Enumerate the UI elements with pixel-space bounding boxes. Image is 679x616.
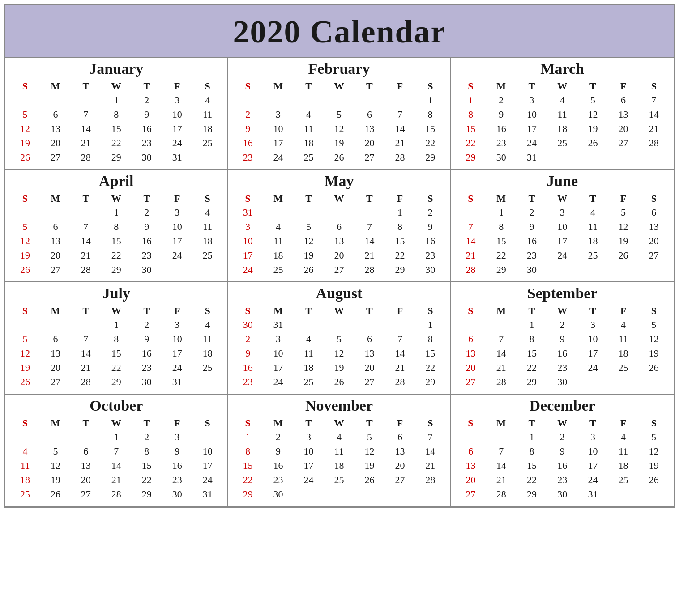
day-cell: 30 bbox=[162, 487, 192, 501]
day-header: T bbox=[354, 416, 384, 430]
day-header: S bbox=[192, 191, 223, 205]
day-cell: 2 bbox=[415, 205, 445, 220]
day-cell: 5 bbox=[10, 220, 40, 234]
day-header: M bbox=[40, 191, 71, 205]
day-cell: 16 bbox=[132, 122, 162, 136]
day-cell: 5 bbox=[294, 220, 324, 234]
day-cell bbox=[608, 375, 639, 389]
day-header: S bbox=[10, 416, 40, 430]
day-cell: 14 bbox=[354, 234, 384, 248]
day-cell: 27 bbox=[71, 487, 101, 501]
day-header: F bbox=[162, 304, 192, 318]
day-cell: 19 bbox=[10, 248, 40, 263]
day-cell: 5 bbox=[639, 430, 669, 444]
month-name: July bbox=[10, 285, 223, 302]
day-cell: 3 bbox=[547, 205, 577, 220]
day-cell: 1 bbox=[384, 205, 415, 220]
day-cell: 6 bbox=[608, 93, 639, 107]
day-cell: 18 bbox=[192, 234, 223, 248]
day-cell: 6 bbox=[455, 444, 486, 459]
day-cell: 10 bbox=[263, 122, 294, 136]
day-cell: 23 bbox=[233, 150, 263, 165]
day-header: S bbox=[639, 304, 669, 318]
day-header: T bbox=[517, 304, 547, 318]
day-cell: 12 bbox=[324, 346, 354, 361]
day-cell: 30 bbox=[547, 375, 577, 389]
day-cell: 7 bbox=[486, 332, 517, 346]
day-header: M bbox=[40, 79, 71, 93]
day-cell: 25 bbox=[192, 361, 223, 375]
day-cell: 2 bbox=[132, 205, 162, 220]
day-cell: 15 bbox=[101, 346, 132, 361]
day-cell: 19 bbox=[324, 361, 354, 375]
day-cell bbox=[71, 430, 101, 444]
day-cell: 20 bbox=[40, 361, 71, 375]
day-cell: 18 bbox=[294, 361, 324, 375]
month-october: OctoberSMTWTFS12345678910111213141516171… bbox=[5, 395, 228, 507]
day-header: W bbox=[101, 416, 132, 430]
day-cell: 6 bbox=[40, 332, 71, 346]
day-cell: 26 bbox=[577, 136, 608, 150]
day-cell: 27 bbox=[324, 263, 354, 277]
day-header: S bbox=[192, 304, 223, 318]
day-header: T bbox=[71, 304, 101, 318]
day-cell: 4 bbox=[324, 430, 354, 444]
day-cell: 25 bbox=[547, 136, 577, 150]
day-cell: 9 bbox=[547, 332, 577, 346]
day-cell: 12 bbox=[10, 122, 40, 136]
day-cell: 19 bbox=[639, 459, 669, 473]
day-cell: 8 bbox=[101, 220, 132, 234]
day-cell: 17 bbox=[162, 346, 192, 361]
day-cell: 30 bbox=[486, 150, 517, 165]
day-cell: 18 bbox=[294, 136, 324, 150]
day-cell: 27 bbox=[639, 248, 669, 263]
day-cell: 18 bbox=[10, 473, 40, 487]
day-cell: 9 bbox=[132, 107, 162, 122]
day-cell: 14 bbox=[101, 459, 132, 473]
day-cell: 3 bbox=[162, 318, 192, 332]
day-cell: 13 bbox=[639, 220, 669, 234]
day-cell: 1 bbox=[486, 205, 517, 220]
day-cell: 24 bbox=[263, 375, 294, 389]
day-cell: 10 bbox=[517, 107, 547, 122]
day-cell: 17 bbox=[577, 459, 608, 473]
day-cell bbox=[10, 318, 40, 332]
day-cell: 13 bbox=[40, 346, 71, 361]
day-header: M bbox=[263, 79, 294, 93]
day-header: F bbox=[608, 191, 639, 205]
day-cell: 22 bbox=[415, 361, 445, 375]
day-header: F bbox=[162, 191, 192, 205]
day-cell: 10 bbox=[192, 444, 223, 459]
day-cell: 19 bbox=[40, 473, 71, 487]
day-cell: 4 bbox=[263, 220, 294, 234]
day-cell: 17 bbox=[294, 459, 324, 473]
day-cell: 6 bbox=[354, 107, 384, 122]
day-cell: 26 bbox=[639, 361, 669, 375]
day-cell: 2 bbox=[547, 430, 577, 444]
day-cell: 17 bbox=[162, 234, 192, 248]
day-header: W bbox=[547, 191, 577, 205]
month-name: August bbox=[233, 285, 446, 302]
page: 2020 Calendar JanuarySMTWTFS123456789101… bbox=[0, 0, 679, 512]
day-cell bbox=[40, 318, 71, 332]
day-header: T bbox=[71, 79, 101, 93]
day-header: S bbox=[10, 79, 40, 93]
day-cell: 11 bbox=[294, 346, 324, 361]
month-september: SeptemberSMTWTFS123456789101112131415161… bbox=[451, 282, 674, 395]
day-cell: 6 bbox=[455, 332, 486, 346]
day-cell: 15 bbox=[517, 459, 547, 473]
day-cell: 22 bbox=[384, 248, 415, 263]
day-header: F bbox=[384, 416, 415, 430]
day-header: F bbox=[384, 304, 415, 318]
day-cell: 23 bbox=[132, 248, 162, 263]
month-name: January bbox=[10, 60, 223, 77]
day-cell: 3 bbox=[294, 430, 324, 444]
day-cell: 24 bbox=[577, 473, 608, 487]
day-cell: 31 bbox=[162, 375, 192, 389]
day-cell: 23 bbox=[233, 375, 263, 389]
day-header: W bbox=[324, 416, 354, 430]
calendar-grid: JanuarySMTWTFS12345678910111213141516171… bbox=[4, 58, 675, 508]
day-cell: 8 bbox=[486, 220, 517, 234]
day-cell bbox=[71, 93, 101, 107]
day-cell: 13 bbox=[384, 444, 415, 459]
